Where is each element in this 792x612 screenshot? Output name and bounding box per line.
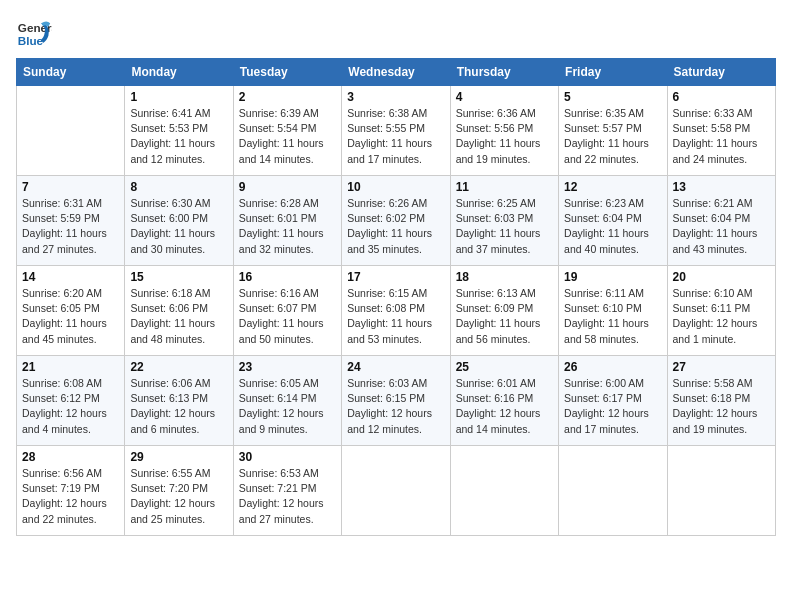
calendar-cell: 17Sunrise: 6:15 AM Sunset: 6:08 PM Dayli… xyxy=(342,266,450,356)
day-info: Sunrise: 6:13 AM Sunset: 6:09 PM Dayligh… xyxy=(456,286,553,347)
day-info: Sunrise: 6:10 AM Sunset: 6:11 PM Dayligh… xyxy=(673,286,770,347)
calendar-cell: 30Sunrise: 6:53 AM Sunset: 7:21 PM Dayli… xyxy=(233,446,341,536)
day-number: 15 xyxy=(130,270,227,284)
calendar-cell: 28Sunrise: 6:56 AM Sunset: 7:19 PM Dayli… xyxy=(17,446,125,536)
day-number: 2 xyxy=(239,90,336,104)
day-number: 29 xyxy=(130,450,227,464)
day-number: 18 xyxy=(456,270,553,284)
day-number: 19 xyxy=(564,270,661,284)
calendar-cell: 13Sunrise: 6:21 AM Sunset: 6:04 PM Dayli… xyxy=(667,176,775,266)
svg-text:Blue: Blue xyxy=(18,34,44,47)
logo-icon: General Blue xyxy=(16,16,52,52)
day-info: Sunrise: 6:26 AM Sunset: 6:02 PM Dayligh… xyxy=(347,196,444,257)
calendar-week-row: 21Sunrise: 6:08 AM Sunset: 6:12 PM Dayli… xyxy=(17,356,776,446)
day-info: Sunrise: 6:53 AM Sunset: 7:21 PM Dayligh… xyxy=(239,466,336,527)
day-info: Sunrise: 6:56 AM Sunset: 7:19 PM Dayligh… xyxy=(22,466,119,527)
calendar-cell: 22Sunrise: 6:06 AM Sunset: 6:13 PM Dayli… xyxy=(125,356,233,446)
calendar-cell: 24Sunrise: 6:03 AM Sunset: 6:15 PM Dayli… xyxy=(342,356,450,446)
calendar-cell: 29Sunrise: 6:55 AM Sunset: 7:20 PM Dayli… xyxy=(125,446,233,536)
calendar-cell: 16Sunrise: 6:16 AM Sunset: 6:07 PM Dayli… xyxy=(233,266,341,356)
calendar-cell: 2Sunrise: 6:39 AM Sunset: 5:54 PM Daylig… xyxy=(233,86,341,176)
day-info: Sunrise: 6:03 AM Sunset: 6:15 PM Dayligh… xyxy=(347,376,444,437)
calendar-week-row: 14Sunrise: 6:20 AM Sunset: 6:05 PM Dayli… xyxy=(17,266,776,356)
calendar-week-row: 28Sunrise: 6:56 AM Sunset: 7:19 PM Dayli… xyxy=(17,446,776,536)
calendar-cell xyxy=(342,446,450,536)
calendar-header-monday: Monday xyxy=(125,59,233,86)
calendar-cell: 9Sunrise: 6:28 AM Sunset: 6:01 PM Daylig… xyxy=(233,176,341,266)
day-info: Sunrise: 6:08 AM Sunset: 6:12 PM Dayligh… xyxy=(22,376,119,437)
logo: General Blue xyxy=(16,16,52,52)
calendar-cell: 18Sunrise: 6:13 AM Sunset: 6:09 PM Dayli… xyxy=(450,266,558,356)
day-info: Sunrise: 6:21 AM Sunset: 6:04 PM Dayligh… xyxy=(673,196,770,257)
day-info: Sunrise: 6:36 AM Sunset: 5:56 PM Dayligh… xyxy=(456,106,553,167)
calendar-cell: 26Sunrise: 6:00 AM Sunset: 6:17 PM Dayli… xyxy=(559,356,667,446)
day-number: 1 xyxy=(130,90,227,104)
calendar-cell xyxy=(667,446,775,536)
calendar-header-row: SundayMondayTuesdayWednesdayThursdayFrid… xyxy=(17,59,776,86)
day-number: 3 xyxy=(347,90,444,104)
day-info: Sunrise: 6:15 AM Sunset: 6:08 PM Dayligh… xyxy=(347,286,444,347)
calendar-cell: 25Sunrise: 6:01 AM Sunset: 6:16 PM Dayli… xyxy=(450,356,558,446)
day-number: 28 xyxy=(22,450,119,464)
day-number: 23 xyxy=(239,360,336,374)
calendar-cell: 20Sunrise: 6:10 AM Sunset: 6:11 PM Dayli… xyxy=(667,266,775,356)
calendar-table: SundayMondayTuesdayWednesdayThursdayFrid… xyxy=(16,58,776,536)
calendar-cell: 27Sunrise: 5:58 AM Sunset: 6:18 PM Dayli… xyxy=(667,356,775,446)
day-info: Sunrise: 6:23 AM Sunset: 6:04 PM Dayligh… xyxy=(564,196,661,257)
calendar-cell xyxy=(559,446,667,536)
page-header: General Blue xyxy=(16,16,776,52)
day-info: Sunrise: 6:41 AM Sunset: 5:53 PM Dayligh… xyxy=(130,106,227,167)
day-number: 12 xyxy=(564,180,661,194)
calendar-cell: 14Sunrise: 6:20 AM Sunset: 6:05 PM Dayli… xyxy=(17,266,125,356)
calendar-week-row: 1Sunrise: 6:41 AM Sunset: 5:53 PM Daylig… xyxy=(17,86,776,176)
day-info: Sunrise: 6:16 AM Sunset: 6:07 PM Dayligh… xyxy=(239,286,336,347)
day-number: 13 xyxy=(673,180,770,194)
calendar-header-sunday: Sunday xyxy=(17,59,125,86)
day-number: 8 xyxy=(130,180,227,194)
calendar-header-friday: Friday xyxy=(559,59,667,86)
day-info: Sunrise: 6:11 AM Sunset: 6:10 PM Dayligh… xyxy=(564,286,661,347)
day-info: Sunrise: 6:35 AM Sunset: 5:57 PM Dayligh… xyxy=(564,106,661,167)
day-number: 27 xyxy=(673,360,770,374)
calendar-cell: 6Sunrise: 6:33 AM Sunset: 5:58 PM Daylig… xyxy=(667,86,775,176)
day-info: Sunrise: 6:25 AM Sunset: 6:03 PM Dayligh… xyxy=(456,196,553,257)
calendar-cell: 11Sunrise: 6:25 AM Sunset: 6:03 PM Dayli… xyxy=(450,176,558,266)
day-number: 6 xyxy=(673,90,770,104)
calendar-cell: 19Sunrise: 6:11 AM Sunset: 6:10 PM Dayli… xyxy=(559,266,667,356)
calendar-week-row: 7Sunrise: 6:31 AM Sunset: 5:59 PM Daylig… xyxy=(17,176,776,266)
day-info: Sunrise: 6:33 AM Sunset: 5:58 PM Dayligh… xyxy=(673,106,770,167)
calendar-cell xyxy=(450,446,558,536)
day-number: 22 xyxy=(130,360,227,374)
calendar-header-wednesday: Wednesday xyxy=(342,59,450,86)
day-number: 24 xyxy=(347,360,444,374)
day-number: 10 xyxy=(347,180,444,194)
day-number: 9 xyxy=(239,180,336,194)
calendar-cell: 3Sunrise: 6:38 AM Sunset: 5:55 PM Daylig… xyxy=(342,86,450,176)
calendar-header-tuesday: Tuesday xyxy=(233,59,341,86)
day-number: 25 xyxy=(456,360,553,374)
day-info: Sunrise: 6:39 AM Sunset: 5:54 PM Dayligh… xyxy=(239,106,336,167)
day-number: 30 xyxy=(239,450,336,464)
calendar-cell: 21Sunrise: 6:08 AM Sunset: 6:12 PM Dayli… xyxy=(17,356,125,446)
calendar-cell: 8Sunrise: 6:30 AM Sunset: 6:00 PM Daylig… xyxy=(125,176,233,266)
day-info: Sunrise: 6:28 AM Sunset: 6:01 PM Dayligh… xyxy=(239,196,336,257)
day-info: Sunrise: 6:01 AM Sunset: 6:16 PM Dayligh… xyxy=(456,376,553,437)
day-info: Sunrise: 6:05 AM Sunset: 6:14 PM Dayligh… xyxy=(239,376,336,437)
day-info: Sunrise: 6:31 AM Sunset: 5:59 PM Dayligh… xyxy=(22,196,119,257)
day-info: Sunrise: 6:38 AM Sunset: 5:55 PM Dayligh… xyxy=(347,106,444,167)
calendar-cell: 5Sunrise: 6:35 AM Sunset: 5:57 PM Daylig… xyxy=(559,86,667,176)
day-number: 4 xyxy=(456,90,553,104)
day-number: 5 xyxy=(564,90,661,104)
day-number: 16 xyxy=(239,270,336,284)
day-info: Sunrise: 6:20 AM Sunset: 6:05 PM Dayligh… xyxy=(22,286,119,347)
calendar-cell: 7Sunrise: 6:31 AM Sunset: 5:59 PM Daylig… xyxy=(17,176,125,266)
calendar-cell: 23Sunrise: 6:05 AM Sunset: 6:14 PM Dayli… xyxy=(233,356,341,446)
day-info: Sunrise: 6:18 AM Sunset: 6:06 PM Dayligh… xyxy=(130,286,227,347)
day-info: Sunrise: 6:00 AM Sunset: 6:17 PM Dayligh… xyxy=(564,376,661,437)
day-number: 14 xyxy=(22,270,119,284)
calendar-cell xyxy=(17,86,125,176)
day-number: 26 xyxy=(564,360,661,374)
calendar-cell: 1Sunrise: 6:41 AM Sunset: 5:53 PM Daylig… xyxy=(125,86,233,176)
calendar-cell: 15Sunrise: 6:18 AM Sunset: 6:06 PM Dayli… xyxy=(125,266,233,356)
calendar-body: 1Sunrise: 6:41 AM Sunset: 5:53 PM Daylig… xyxy=(17,86,776,536)
